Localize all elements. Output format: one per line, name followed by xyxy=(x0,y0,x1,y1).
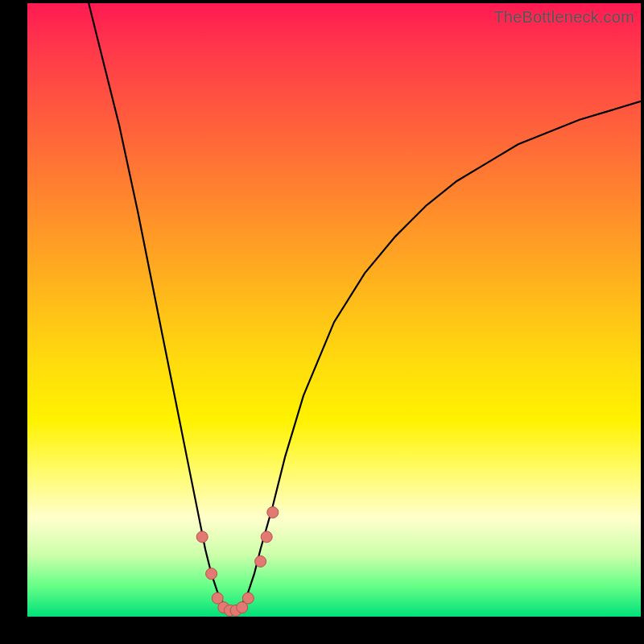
data-marker xyxy=(242,592,254,604)
data-marker xyxy=(255,555,266,567)
data-marker xyxy=(196,531,208,543)
plot-area: TheBottleneck.com xyxy=(27,3,641,617)
chart-svg xyxy=(27,3,641,617)
bottleneck-curve xyxy=(89,3,641,610)
data-marker xyxy=(267,507,279,518)
chart-frame: TheBottleneck.com xyxy=(0,0,644,644)
data-marker xyxy=(206,568,217,580)
data-marker xyxy=(261,531,272,543)
